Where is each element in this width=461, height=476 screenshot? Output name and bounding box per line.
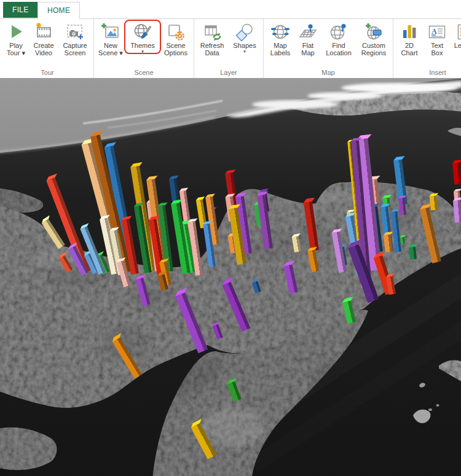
button-label: Regions	[361, 49, 386, 57]
group-label-scene: Scene	[96, 66, 192, 79]
ribbon-button-find-location[interactable]: FindLocation	[321, 21, 357, 57]
data-column	[452, 163, 461, 185]
column-top-face	[429, 193, 438, 196]
ribbon-button-2d-chart[interactable]: 2DChart	[395, 21, 424, 57]
video-icon	[34, 22, 53, 42]
ribbon-button-map-labels[interactable]: MapLabels	[266, 21, 295, 57]
data-column	[408, 247, 416, 260]
column-top-face	[222, 278, 232, 286]
button-label: Map	[301, 49, 314, 57]
column-top-face	[342, 297, 353, 303]
ribbon-button-capture-screen[interactable]: CaptureScreen	[58, 21, 92, 57]
dropdown-arrow-icon: ▾	[243, 49, 246, 53]
ribbon-button-new-scene[interactable]: NewScene ▾	[96, 21, 125, 57]
button-label: Box	[431, 49, 443, 57]
capture-icon	[65, 22, 85, 42]
ribbon-button-scene-options[interactable]: SceneOptions	[160, 21, 192, 57]
play-icon	[6, 22, 26, 42]
ribbon-button-flat-map[interactable]: FlatMap	[295, 21, 321, 57]
button-label: 2D	[405, 42, 414, 49]
column-top-face	[191, 418, 202, 427]
column-top-face	[304, 198, 315, 202]
column-top-face	[130, 162, 143, 167]
data-column	[112, 337, 142, 378]
customreg-icon	[364, 22, 384, 42]
column-top-face	[135, 274, 145, 279]
button-label: Create	[33, 42, 53, 49]
button-label: New	[104, 42, 117, 49]
ribbon-button-shapes[interactable]: Shapes▾	[228, 21, 261, 53]
button-label: Map	[274, 42, 286, 49]
ribbon-button-play-tour[interactable]: PlayTour ▾	[3, 21, 29, 57]
data-column	[284, 265, 298, 294]
button-label: Play	[9, 42, 22, 49]
column-top-face	[90, 130, 103, 136]
column-top-face	[158, 202, 168, 206]
ribbon-tab-row: FILE HOME	[0, 0, 461, 19]
themes-icon	[133, 22, 152, 42]
findloc-icon	[329, 22, 349, 42]
ribbon-group-scene: NewScene ▾Themes▾SceneOptionsScene	[94, 19, 194, 79]
column-top-face	[112, 334, 121, 342]
shapes-icon	[235, 22, 254, 42]
ribbon-button-text-box[interactable]: ATextBox	[424, 21, 451, 57]
ribbon-button-legend[interactable]: Legend	[451, 21, 461, 49]
group-label-insert: Insert	[395, 66, 461, 79]
data-column	[41, 219, 65, 249]
column-top-face	[331, 228, 342, 233]
column-top-face	[400, 235, 406, 237]
column-top-face	[46, 173, 57, 181]
column-top-face	[179, 188, 187, 192]
data-column	[252, 281, 261, 293]
column-top-face	[235, 193, 246, 197]
data-column	[227, 381, 241, 402]
maplabels-icon	[270, 22, 290, 42]
button-label: Scene	[166, 42, 185, 49]
button-label: Labels	[270, 49, 290, 57]
column-top-face	[104, 142, 116, 147]
ribbon-group-layer: RefreshDataShapes▾Layer	[194, 19, 264, 79]
column-top-face	[205, 193, 215, 197]
column-top-face	[454, 189, 461, 192]
tab-home[interactable]: HOME	[37, 2, 80, 20]
column-top-face	[391, 209, 399, 212]
button-label: Tour ▾	[7, 49, 25, 57]
button-label: Video	[35, 49, 52, 57]
button-label: Chart	[401, 49, 418, 57]
button-label: Scene ▾	[98, 49, 123, 57]
button-label: Screen	[65, 49, 86, 57]
data-column	[307, 249, 318, 272]
column-top-face	[195, 197, 204, 200]
ribbon: FILE HOME PlayTour ▾CreateVideoCaptureSc…	[0, 0, 461, 78]
button-label: Legend	[454, 42, 461, 49]
button-label: Location	[326, 49, 352, 57]
data-column	[135, 278, 150, 306]
ribbon-button-custom-regions[interactable]: CustomRegions	[357, 21, 391, 57]
column-top-face	[408, 244, 417, 247]
tab-file[interactable]: FILE	[3, 2, 38, 18]
data-column	[429, 196, 437, 211]
data-column	[222, 282, 250, 332]
map-viewport[interactable]	[0, 78, 461, 476]
column-top-face	[291, 233, 300, 237]
button-label: Themes	[130, 42, 155, 49]
column-top-face	[212, 321, 219, 326]
data-column	[175, 292, 208, 353]
button-label: Custom	[362, 42, 385, 49]
column-top-face	[169, 176, 179, 179]
column-top-face	[58, 252, 65, 259]
column-top-face	[146, 176, 157, 180]
data-column	[342, 300, 356, 324]
ribbon-group-map: MapLabelsFlatMapFindLocationCustomRegion…	[264, 19, 393, 79]
button-label: Options	[164, 49, 187, 57]
column-top-face	[452, 160, 461, 163]
group-label-layer: Layer	[196, 66, 261, 79]
ribbon-button-refresh-data[interactable]: RefreshData	[196, 21, 228, 57]
column-top-face	[252, 278, 259, 283]
data-column	[291, 236, 301, 252]
ribbon-button-create-video[interactable]: CreateVideo	[29, 21, 58, 57]
column-top-face	[41, 215, 49, 223]
ribbon-button-themes[interactable]: Themes▾	[125, 21, 160, 53]
button-label: Data	[205, 49, 219, 57]
button-label: Find	[332, 42, 345, 49]
